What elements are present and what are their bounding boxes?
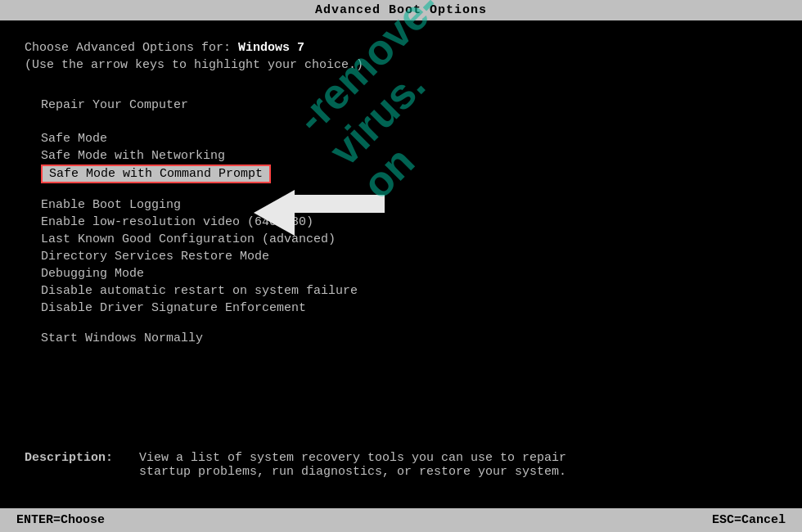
menu-item-last-known[interactable]: Last Known Good Configuration (advanced) <box>41 231 777 248</box>
repair-section: Repair Your Computer <box>25 97 777 114</box>
bottom-bar: ENTER=Choose ESC=Cancel <box>0 508 802 532</box>
description-row2: startup problems, run diagnostics, or re… <box>25 465 777 479</box>
title-text: Advanced Boot Options <box>315 3 487 17</box>
intro-os: Windows 7 <box>238 41 304 55</box>
menu-item-start-normally[interactable]: Start Windows Normally <box>41 330 777 347</box>
intro-prefix: Choose Advanced Options for: <box>25 41 238 55</box>
menu-item-debugging[interactable]: Debugging Mode <box>41 265 777 282</box>
description-row1: Description: View a list of system recov… <box>25 451 777 465</box>
start-windows-section: Start Windows Normally <box>25 330 777 347</box>
intro-line1: Choose Advanced Options for: Windows 7 <box>25 41 777 55</box>
main-content: Choose Advanced Options for: Windows 7 (… <box>0 20 802 370</box>
menu-item-boot-logging[interactable]: Enable Boot Logging <box>41 196 777 214</box>
intro-line2: (Use the arrow keys to highlight your ch… <box>25 58 777 72</box>
esc-label: ESC=Cancel <box>712 513 786 527</box>
menu-item-directory[interactable]: Directory Services Restore Mode <box>41 248 777 265</box>
description-section: Description: View a list of system recov… <box>25 451 777 479</box>
additional-options: Enable Boot Logging Enable low-resolutio… <box>25 196 777 317</box>
menu-item-disable-restart[interactable]: Disable automatic restart on system fail… <box>41 282 777 300</box>
menu-item-safe-mode-cmd[interactable]: Safe Mode with Command Prompt <box>41 165 271 183</box>
enter-label: ENTER=Choose <box>16 513 105 527</box>
description-line2: startup problems, run diagnostics, or re… <box>139 465 566 479</box>
description-spacer <box>25 465 139 479</box>
safe-mode-group: Safe Mode Safe Mode with Networking Safe… <box>25 130 777 183</box>
menu-item-disable-driver[interactable]: Disable Driver Signature Enforcement <box>41 300 777 317</box>
title-bar: Advanced Boot Options <box>0 0 802 20</box>
menu-item-repair[interactable]: Repair Your Computer <box>41 97 777 114</box>
description-label: Description: <box>25 451 139 465</box>
description-line1: View a list of system recovery tools you… <box>139 451 566 465</box>
menu-item-safe-mode-networking[interactable]: Safe Mode with Networking <box>41 147 777 165</box>
menu-item-low-res[interactable]: Enable low-resolution video (640x480) <box>41 214 777 231</box>
menu-item-safe-mode[interactable]: Safe Mode <box>41 130 777 147</box>
